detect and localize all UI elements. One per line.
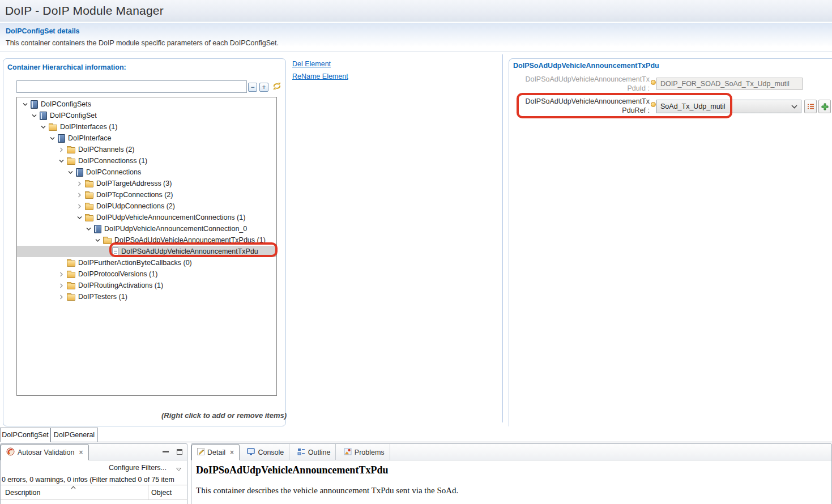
pduref-combobox[interactable]: SoAd_Tx_Udp_mutil	[656, 100, 801, 113]
tree-item[interactable]: DoIPChannels (2)	[17, 144, 276, 155]
collapse-all-button[interactable]: −	[248, 83, 257, 92]
tree-item[interactable]: DoIPConfigSet	[17, 110, 276, 121]
expand-arrow-icon[interactable]	[75, 179, 84, 188]
validation-summary: 0 errors, 0 warnings, 0 infos (Filter ma…	[2, 476, 174, 484]
book-icon	[76, 168, 83, 177]
pencil-icon	[197, 448, 204, 457]
expand-arrow-icon[interactable]	[57, 145, 66, 154]
configset-details-header: DoIPConfigSet details This container con…	[0, 23, 832, 52]
tree-item-label: DoIPInterface	[68, 134, 111, 142]
collapse-arrow-icon[interactable]	[66, 168, 75, 177]
tab-doipconfigset[interactable]: DoIPConfigSet	[0, 428, 50, 442]
close-icon[interactable]: ×	[79, 449, 83, 456]
tree-item[interactable]: DoIPTesters (1)	[17, 291, 276, 302]
tree-item[interactable]: DoIPConnections	[17, 166, 276, 178]
expand-arrow-icon[interactable]	[57, 292, 66, 301]
properties-title: DoIPSoAdUdpVehicleAnnouncementTxPdu	[513, 62, 659, 70]
tree-item[interactable]: DoIPRoutingActivations (1)	[17, 280, 276, 291]
collapse-arrow-icon[interactable]	[48, 134, 57, 143]
folder-icon	[67, 283, 75, 289]
column-description[interactable]: Description	[5, 489, 41, 497]
hierarchy-title: Container Hierarchical information:	[7, 63, 126, 71]
maximize-icon[interactable]	[177, 449, 182, 455]
tab-doipgeneral[interactable]: DoIPGeneral	[50, 428, 98, 442]
tree-item[interactable]: DoIPProtocolVersions (1)	[17, 268, 276, 280]
folder-icon	[67, 147, 75, 153]
folder-icon	[67, 159, 75, 165]
detail-tab-label: Detail	[207, 449, 225, 456]
tree-item-label: DoIPConfigSets	[41, 100, 91, 108]
tree-item-label: DoIPUdpVehicleAnnouncementConnections (1…	[96, 213, 245, 221]
add-reference-button[interactable]	[818, 100, 831, 113]
tree-item[interactable]: DoIPInterface	[17, 133, 276, 144]
tree-filter-input[interactable]	[16, 80, 247, 93]
expand-arrow-icon[interactable]	[75, 202, 84, 211]
refresh-icon[interactable]	[272, 82, 282, 93]
book-icon	[58, 134, 65, 143]
tree-item-label: DoIPUdpConnections (2)	[96, 202, 175, 210]
tree-item-label: DoIPConnections	[86, 168, 141, 176]
properties-groupbox: DoIPSoAdUdpVehicleAnnouncementTxPdu DoIP…	[509, 58, 832, 426]
folder-icon	[67, 294, 75, 301]
expand-all-button[interactable]: +	[259, 83, 268, 92]
collapse-arrow-icon[interactable]	[84, 224, 93, 233]
detail-body: This container describes the vehicle ann…	[196, 486, 458, 496]
collapse-arrow-icon[interactable]	[39, 122, 48, 131]
tree-item[interactable]: DoIPFurtherActionByteCallbacks (0)	[17, 257, 276, 268]
tree-item[interactable]: DoIPTargetAddresss (3)	[17, 178, 276, 189]
rename-element-link[interactable]: ReName Element	[292, 72, 348, 80]
close-icon[interactable]: ×	[230, 449, 234, 456]
tree-item[interactable]: DoIPInterfaces (1)	[17, 121, 276, 133]
arrow-spacer	[57, 258, 66, 267]
view-menu-icon[interactable]	[176, 463, 181, 473]
tree-item[interactable]: DoIPConnectionss (1)	[17, 155, 276, 166]
tree-item-label: DoIPSoAdUdpVehicleAnnouncementTxPdus (1)	[114, 236, 266, 244]
tab-autosar-validation[interactable]: Autosar Validation ×	[1, 444, 89, 460]
pduref-value: SoAd_Tx_Udp_mutil	[660, 102, 726, 110]
right-click-hint: (Right click to add or remove items)	[161, 411, 287, 420]
tree-item[interactable]: DoIPUdpVehicleAnnouncementConnection_0	[17, 223, 276, 234]
column-object[interactable]: Object	[151, 489, 172, 497]
minimize-icon[interactable]	[163, 451, 169, 453]
collapse-arrow-icon[interactable]	[57, 156, 66, 165]
folder-icon	[85, 204, 93, 210]
console-tab-label: Console	[258, 449, 284, 456]
tree-item[interactable]: DoIPUdpConnections (2)	[17, 200, 276, 212]
validation-icon	[6, 447, 15, 458]
collapse-arrow-icon[interactable]	[29, 111, 39, 120]
folder-icon	[49, 125, 57, 131]
tree-item[interactable]: DoIPTcpConnections (2)	[17, 189, 276, 200]
validation-toolbar: Configure Filters...	[1, 460, 187, 475]
tab-console[interactable]: Console	[242, 444, 289, 460]
expand-arrow-icon[interactable]	[57, 281, 66, 290]
tree-item-label: DoIPTargetAddresss (3)	[96, 180, 172, 187]
detail-view: Detail × Console	[191, 443, 832, 504]
panel-separator	[502, 54, 503, 422]
tree-item[interactable]: DoIPUdpVehicleAnnouncementConnections (1…	[17, 212, 276, 223]
book-icon	[94, 225, 101, 233]
configure-filters-button[interactable]: Configure Filters...	[109, 464, 167, 472]
tab-problems[interactable]: Problems	[339, 444, 390, 460]
book-icon	[31, 100, 38, 109]
validation-table-header: Description Object	[1, 485, 187, 499]
tree-item-label: DoIPProtocolVersions (1)	[78, 270, 157, 278]
column-divider[interactable]	[148, 485, 148, 500]
reference-list-button[interactable]	[804, 100, 817, 113]
window-title-bar: DoIP - DoIP Module Manager	[0, 0, 832, 22]
collapse-arrow-icon[interactable]	[75, 213, 84, 222]
del-element-link[interactable]: Del Element	[292, 60, 331, 68]
tree-item[interactable]: DoIPSoAdUdpVehicleAnnouncementTxPdus (1)	[17, 234, 276, 246]
tab-detail[interactable]: Detail ×	[191, 444, 240, 460]
folder-icon	[103, 238, 112, 244]
collapse-arrow-icon[interactable]	[20, 100, 29, 109]
expand-arrow-icon[interactable]	[57, 270, 66, 279]
tree-item[interactable]: DoIPSoAdUdpVehicleAnnouncementTxPdu	[17, 246, 276, 257]
chevron-down-icon	[791, 102, 797, 110]
folder-icon	[85, 193, 93, 199]
tree-item[interactable]: DoIPConfigSets	[17, 99, 276, 110]
expand-arrow-icon[interactable]	[75, 190, 84, 199]
autosar-validation-view: Autosar Validation × Configure Filters..…	[0, 443, 187, 504]
tab-outline[interactable]: Outline	[292, 444, 336, 460]
validation-tabstrip: Autosar Validation ×	[1, 444, 187, 460]
collapse-arrow-icon[interactable]	[93, 236, 102, 245]
